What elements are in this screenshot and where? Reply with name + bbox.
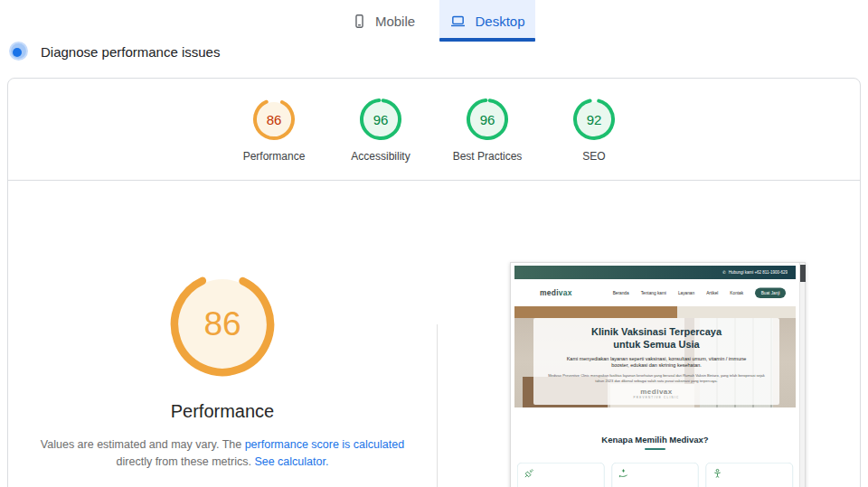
medical-hand-icon	[618, 469, 628, 479]
score-value: 86	[267, 112, 282, 127]
performance-title: Performance	[8, 401, 437, 422]
person-icon	[712, 469, 722, 479]
report-panel: 86 Performance 96 Accessibility 96	[7, 78, 861, 487]
hero-subtitle: Kami menyediakan layanan seperti vaksina…	[561, 355, 752, 369]
tab-desktop-label: Desktop	[475, 14, 524, 29]
hero-overlay-panel: Klinik Vaksinasi Terpercayauntuk Semua U…	[533, 318, 779, 405]
tab-desktop[interactable]: Desktop	[439, 0, 535, 42]
score-summary-row: 86 Performance 96 Accessibility 96	[8, 79, 860, 181]
hero-title: Klinik Vaksinasi Terpercayauntuk Semua U…	[533, 325, 779, 351]
preview-topbar: ✆ Hubungi kami +62 811-1900-629	[514, 266, 796, 279]
vertical-divider	[437, 324, 438, 487]
hero-title-line1: Klinik Vaksinasi Terpercaya	[591, 326, 722, 338]
score-value: 96	[373, 112, 389, 127]
preview-logo: medivax	[540, 288, 572, 297]
best-practices-score-gauge: 96	[466, 98, 509, 141]
preview-nav-item-tentang-kami: Tentang kami	[641, 290, 666, 295]
why-card-dokter: Dokter dan Tenaga Medis Profesional	[611, 463, 698, 487]
performance-score-calculated-link[interactable]: performance score is calculated	[245, 438, 404, 451]
preview-scrollbar	[799, 263, 805, 487]
seo-score-gauge: 92	[572, 98, 616, 141]
preview-why-section: Kenapa Memilih Medivax?	[514, 435, 796, 460]
score-label: SEO	[582, 150, 605, 163]
score-label: Performance	[243, 150, 306, 163]
hero-watermark: medivax	[533, 388, 779, 396]
section-title: Diagnose performance issues	[41, 44, 220, 60]
score-block-seo[interactable]: 92 SEO	[541, 98, 647, 180]
score-label: Accessibility	[351, 150, 410, 163]
note-text: directly from these metrics.	[117, 455, 255, 468]
preview-cards-row: Vaksin Resmi & Terdaftar Dokter dan Tena…	[514, 461, 796, 487]
why-card-pelayanan: Pelayanan Ramah Anak & Lansia	[706, 463, 793, 487]
preview-cta-button: Buat Janji	[755, 287, 786, 298]
preview-phone-text: Hubungi kami +62 811-1900-629	[729, 270, 788, 275]
preview-hero: Klinik Vaksinasi Terpercayauntuk Semua U…	[514, 306, 796, 407]
active-tab-underline	[439, 38, 535, 42]
hero-title-line2: untuk Semua Usia	[613, 339, 699, 351]
logo-accent-text: vax	[559, 288, 572, 297]
see-calculator-link[interactable]: See calculator.	[254, 455, 328, 468]
big-performance-gauge: 86	[169, 271, 276, 378]
preview-scrollbar-thumb	[800, 265, 806, 282]
why-card-vaksin: Vaksin Resmi & Terdaftar	[517, 463, 604, 487]
hero-description: Medivax Preventive Clinic merupakan fasi…	[543, 373, 769, 383]
preview-nav-item-layanan: Layanan	[678, 290, 694, 295]
performance-detail-column: 86 Performance Values are estimated and …	[8, 182, 437, 471]
performance-note: Values are estimated and may vary. The p…	[27, 436, 418, 471]
tab-mobile-label: Mobile	[375, 14, 415, 29]
preview-nav-item-artikel: Artikel	[706, 290, 718, 295]
diagnose-insights-icon	[9, 42, 28, 61]
hero-wood-beam	[514, 306, 677, 318]
accessibility-score-gauge: 96	[359, 98, 402, 141]
score-value: 96	[480, 112, 495, 127]
phone-icon: ✆	[722, 270, 726, 275]
tab-mobile[interactable]: Mobile	[336, 0, 430, 42]
hero-ceiling	[677, 306, 796, 318]
desktop-laptop-icon	[449, 14, 467, 29]
note-text: Values are estimated and may vary. The	[41, 438, 245, 451]
score-block-accessibility[interactable]: 96 Accessibility	[327, 98, 434, 180]
preview-navbar: medivax Beranda Tentang kami Layanan Art…	[514, 279, 796, 306]
big-score-value: 86	[203, 305, 241, 343]
score-block-performance[interactable]: 86 Performance	[221, 98, 327, 180]
performance-score-gauge: 86	[252, 98, 296, 141]
why-heading-underline	[645, 448, 665, 450]
site-preview-thumbnail: ✆ Hubungi kami +62 811-1900-629 medivax …	[510, 262, 806, 487]
preview-nav-item-beranda: Beranda	[613, 290, 629, 295]
preview-nav-item-kontak: Kontak	[730, 290, 743, 295]
score-label: Best Practices	[453, 150, 523, 163]
hero-watermark-tagline: PREVENTIVE CLINIC	[533, 396, 779, 398]
score-block-best-practices[interactable]: 96 Best Practices	[434, 98, 541, 180]
mobile-phone-icon	[352, 14, 367, 29]
score-value: 92	[587, 112, 602, 127]
preview-nav-links: Beranda Tentang kami Layanan Artikel Kon…	[613, 290, 743, 295]
syringe-icon	[524, 469, 534, 479]
why-heading: Kenapa Memilih Medivax?	[514, 435, 796, 445]
logo-text: medi	[540, 288, 559, 297]
